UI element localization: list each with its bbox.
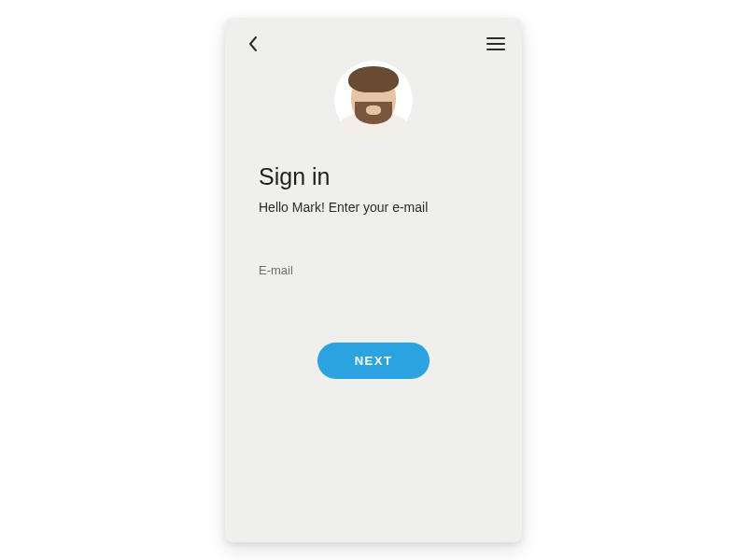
hamburger-icon xyxy=(486,37,505,39)
signin-screen: Sign in Hello Mark! Enter your e-mail E-… xyxy=(225,18,522,542)
menu-button[interactable] xyxy=(486,37,505,50)
page-subtitle: Hello Mark! Enter your e-mail xyxy=(259,200,488,215)
button-row: NEXT xyxy=(259,343,488,379)
chevron-left-icon xyxy=(248,36,258,51)
avatar xyxy=(334,61,413,139)
avatar-container xyxy=(225,61,522,139)
header-bar xyxy=(225,18,522,55)
signin-content: Sign in Hello Mark! Enter your e-mail E-… xyxy=(225,139,522,379)
back-button[interactable] xyxy=(242,33,264,55)
email-label: E-mail xyxy=(259,263,488,277)
next-button[interactable]: NEXT xyxy=(317,343,430,379)
email-field[interactable] xyxy=(259,283,488,305)
page-title: Sign in xyxy=(259,163,488,190)
